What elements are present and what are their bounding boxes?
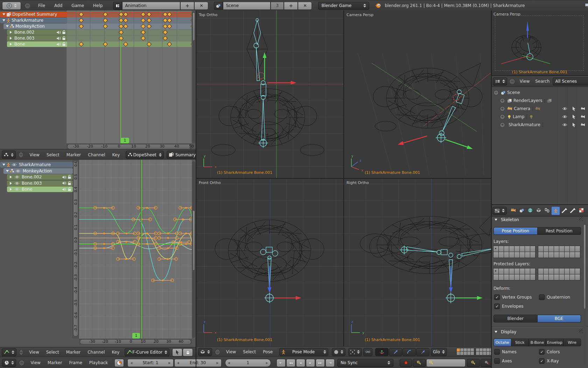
- channel-dopesheet-summary[interactable]: DopeSheet Summary: [0, 12, 67, 17]
- expander-expand-icon[interactable]: [10, 43, 12, 46]
- jump-to-start-button[interactable]: ⇤: [276, 359, 286, 367]
- manipulator-translate-button[interactable]: [375, 348, 388, 356]
- restrict-select-cursor-icon[interactable]: [572, 122, 576, 127]
- restrict-render-camera-icon[interactable]: [581, 114, 585, 119]
- mute-speaker-icon[interactable]: [56, 30, 61, 34]
- dopesheet-vscrollbar[interactable]: [192, 11, 195, 143]
- outliner-item-lamp[interactable]: +Lamp|: [491, 113, 588, 120]
- layer-cell[interactable]: [538, 252, 544, 258]
- checkbox-box[interactable]: ✓: [494, 304, 500, 309]
- outliner-item-camera[interactable]: +Camera|: [491, 105, 588, 112]
- layer-cell[interactable]: [509, 274, 514, 280]
- checkbox-box[interactable]: ✓: [539, 349, 545, 355]
- lock-icon[interactable]: [62, 36, 66, 40]
- layer-cell[interactable]: [498, 268, 504, 274]
- screen-layout-selector[interactable]: Animation: [122, 2, 180, 10]
- layer-cell[interactable]: [548, 268, 554, 274]
- checkbox-vertex-groups[interactable]: ✓Vertex Groups: [494, 294, 532, 300]
- checkbox-x-ray[interactable]: ✓X-Ray: [539, 358, 559, 364]
- fcurve-editor-type-button[interactable]: [2, 348, 16, 356]
- restrict-render-camera-icon[interactable]: [581, 122, 585, 127]
- ds-menu-channel[interactable]: Channel: [85, 152, 108, 157]
- layer-cell[interactable]: [559, 268, 565, 274]
- tab-physics[interactable]: [577, 206, 585, 214]
- layer-cell[interactable]: [519, 252, 525, 258]
- mute-speaker-icon[interactable]: [62, 181, 66, 185]
- checkbox-envelopes[interactable]: ✓Envelopes: [494, 304, 524, 309]
- expander-plus-icon[interactable]: +: [500, 122, 505, 128]
- ds-menu-marker[interactable]: Marker: [63, 152, 84, 157]
- expander-plus-icon[interactable]: +: [500, 98, 505, 103]
- fcurve-vscrollbar[interactable]: [192, 161, 195, 338]
- layer-cell[interactable]: [498, 246, 504, 252]
- layer-cell[interactable]: [504, 274, 509, 280]
- outliner-item-renderlayers[interactable]: +RenderLayers|: [491, 97, 588, 104]
- layer-cell[interactable]: [554, 268, 559, 274]
- layer-cell[interactable]: [509, 246, 514, 252]
- lock-icon[interactable]: [62, 30, 66, 34]
- restrict-view-eye-icon[interactable]: [562, 114, 567, 119]
- restrict-render-camera-icon[interactable]: [581, 106, 585, 111]
- outliner-item-sharkarmature[interactable]: +SharkArmature|: [491, 121, 588, 128]
- channel-bone[interactable]: Bone: [7, 41, 67, 47]
- orientation-dropdown[interactable]: Glo: [431, 348, 447, 356]
- ds-menu-select[interactable]: Select: [43, 152, 63, 157]
- expander-expand-icon[interactable]: [10, 188, 12, 191]
- channel-monkeyaction[interactable]: MonkeyAction: [4, 23, 67, 29]
- properties-vscrollbar[interactable]: [583, 217, 586, 366]
- manipulator-rotate-button[interactable]: [389, 348, 402, 356]
- shading-dropdown[interactable]: [332, 348, 345, 356]
- pin-icon[interactable]: −: [19, 360, 24, 366]
- layer-cell[interactable]: [538, 246, 544, 252]
- fcurve-frame-flag[interactable]: 1: [132, 333, 140, 339]
- layer-cell[interactable]: [554, 246, 559, 252]
- layer-cell[interactable]: [559, 252, 565, 258]
- channel-monkeyaction[interactable]: MonkeyAction: [4, 168, 73, 174]
- lock-icon[interactable]: [68, 181, 71, 185]
- outliner-scope-dropdown[interactable]: All Scenes: [553, 77, 588, 86]
- mute-speaker-icon[interactable]: [62, 175, 66, 179]
- scene-users-badge[interactable]: 3: [271, 2, 284, 10]
- screen-layout-add-button[interactable]: +: [180, 2, 194, 10]
- window-duplicate-icon[interactable]: [584, 3, 588, 8]
- restrict-view-eye-icon[interactable]: [562, 122, 567, 127]
- engine-selector[interactable]: Blender Game: [318, 2, 369, 10]
- tab-render[interactable]: [509, 206, 517, 214]
- keying-set-field[interactable]: [426, 359, 465, 367]
- scene-selector[interactable]: Scene: [223, 2, 271, 10]
- scene-icon-button[interactable]: [214, 2, 223, 10]
- viewport-quad[interactable]: yxyxzzxzy: [196, 11, 491, 346]
- layer-cell[interactable]: [564, 246, 570, 252]
- lock-icon[interactable]: [68, 175, 71, 179]
- tl-menu-view[interactable]: View: [27, 360, 43, 365]
- layer-cell[interactable]: [530, 246, 536, 252]
- prev-keyframe-button[interactable]: ◂◂: [286, 359, 295, 367]
- fc-menu-select[interactable]: Select: [43, 350, 62, 355]
- checkbox-box[interactable]: ✓: [539, 358, 545, 364]
- pin-icon[interactable]: −: [509, 79, 515, 84]
- sync-dropdown[interactable]: No Sync: [337, 359, 393, 367]
- play-button[interactable]: ▸: [306, 359, 315, 367]
- screen-layout-icon-button[interactable]: [113, 2, 122, 10]
- start-frame-field[interactable]: ◂Start: 1▸: [127, 359, 173, 367]
- checkbox-box[interactable]: [494, 358, 500, 364]
- panel-collapse-icon[interactable]: [495, 331, 497, 333]
- layer-cell[interactable]: [559, 246, 565, 252]
- mute-speaker-icon[interactable]: [62, 187, 66, 191]
- record-button[interactable]: [400, 359, 412, 367]
- fc-menu-view[interactable]: View: [26, 350, 42, 355]
- visibility-eye-icon[interactable]: [15, 169, 21, 173]
- topbar-menu-help[interactable]: Help: [89, 3, 107, 8]
- display-mode-b-bone-button[interactable]: B-Bone: [529, 339, 546, 346]
- topbar-menu-file[interactable]: File: [34, 3, 49, 8]
- dopesheet-ruler[interactable]: -30-20-1001020304050: [66, 144, 192, 149]
- layer-cell[interactable]: [559, 274, 565, 280]
- layer-cell[interactable]: [569, 246, 575, 252]
- tab-world[interactable]: [526, 206, 534, 214]
- layer-cell[interactable]: [525, 246, 530, 252]
- ghost-curves-button[interactable]: [183, 348, 193, 356]
- fcurve-plot[interactable]: [79, 160, 192, 339]
- tl-menu-marker[interactable]: Marker: [44, 360, 65, 365]
- layer-cell[interactable]: [538, 274, 544, 280]
- playback-range-button[interactable]: [114, 359, 124, 367]
